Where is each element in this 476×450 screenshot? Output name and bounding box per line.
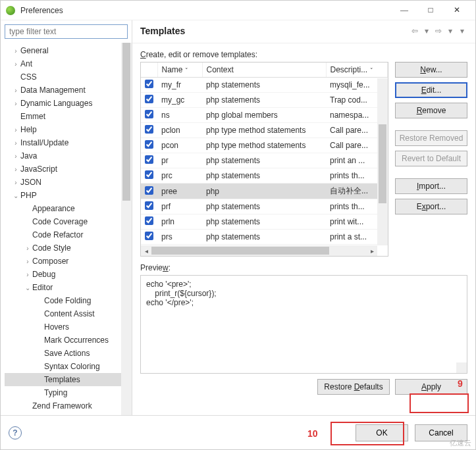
row-checkbox[interactable]	[145, 95, 153, 103]
import-button[interactable]: Import...	[395, 178, 467, 194]
row-checkbox[interactable]	[145, 125, 153, 134]
chevron-right-icon[interactable]: ›	[11, 61, 20, 68]
table-row[interactable]: prlnphp statementsprint wit...	[141, 214, 388, 230]
cell-name: pclon	[157, 123, 202, 138]
row-checkbox[interactable]	[145, 155, 153, 164]
back-menu-icon[interactable]: ▾	[421, 26, 432, 36]
tree-item-templates[interactable]: Templates	[5, 373, 132, 386]
chevron-right-icon[interactable]: ›	[11, 153, 20, 160]
tree-item-java[interactable]: ›Java	[5, 149, 132, 162]
row-checkbox[interactable]	[145, 110, 153, 118]
preferences-tree[interactable]: ›General›AntCSS›Data Management›Dynamic …	[1, 43, 132, 415]
tree-item-label: Code Folding	[44, 296, 91, 305]
table-horizontal-scrollbar[interactable]: ◂▸	[141, 245, 377, 256]
chevron-right-icon[interactable]: ›	[11, 87, 20, 94]
row-checkbox[interactable]	[145, 201, 153, 210]
tree-item-appearance[interactable]: Appearance	[5, 202, 132, 215]
new-button[interactable]: New...	[395, 62, 467, 78]
app-icon	[6, 6, 15, 15]
close-button[interactable]: ✕	[444, 1, 470, 20]
tree-item-label: Code Style	[32, 243, 71, 253]
preview-area[interactable]: echo '<pre>'; print_r(${cursor}); echo '…	[140, 275, 467, 374]
chevron-right-icon[interactable]: ›	[23, 271, 32, 278]
tree-item-ant[interactable]: ›Ant	[5, 57, 132, 70]
table-row[interactable]: my_frphp statementsmysqli_fe...	[141, 78, 388, 93]
tree-item-data-management[interactable]: ›Data Management	[5, 84, 132, 97]
tree-item-content-assist[interactable]: Content Assist	[5, 307, 132, 320]
tree-item-zend-framework[interactable]: Zend Framework	[5, 399, 132, 413]
tree-item-label: Emmet	[20, 112, 45, 121]
tree-item-typing[interactable]: Typing	[5, 386, 132, 399]
help-icon[interactable]: ?	[9, 426, 22, 439]
export-button[interactable]: Export...	[395, 199, 467, 214]
tree-item-code-refactor[interactable]: Code Refactor	[5, 228, 132, 241]
table-row[interactable]: prsphp statementsprint a st...	[141, 230, 388, 245]
tree-item-mark-occurrences[interactable]: Mark Occurrences	[5, 334, 132, 347]
tree-item-json[interactable]: ›JSON	[5, 176, 132, 189]
tree-item-code-coverage[interactable]: Code Coverage	[5, 215, 132, 228]
forward-icon[interactable]: ⇨	[433, 26, 444, 36]
tree-item-label: Code Coverage	[32, 217, 88, 226]
remove-button[interactable]: Remove	[395, 103, 467, 118]
row-checkbox[interactable]	[145, 216, 153, 225]
tree-item-save-actions[interactable]: Save Actions	[5, 347, 132, 360]
table-row[interactable]: prcphp statementsprints th...	[141, 168, 388, 184]
chevron-right-icon[interactable]: ›	[23, 258, 32, 265]
table-row[interactable]: preephp自动补全...	[141, 184, 388, 199]
tree-item-javascript[interactable]: ›JavaScript	[5, 162, 132, 176]
chevron-right-icon[interactable]: ›	[11, 179, 20, 186]
tree-item-dynamic-languages[interactable]: ›Dynamic Languages	[5, 97, 132, 110]
table-row[interactable]: pconphp type method statementsCall pare.…	[141, 138, 388, 153]
tree-item-editor[interactable]: ⌄Editor	[5, 281, 132, 294]
cell-name: prf	[157, 199, 202, 214]
tree-item-install-update[interactable]: ›Install/Update	[5, 136, 132, 149]
apply-button[interactable]: Apply	[395, 379, 467, 395]
restore-defaults-button[interactable]: Restore Defaults	[317, 379, 390, 395]
tree-item-general[interactable]: ›General	[5, 44, 132, 57]
maximize-button[interactable]: □	[417, 1, 444, 20]
tree-item-php[interactable]: ⌄PHP	[5, 189, 132, 202]
tree-scrollbar[interactable]	[121, 43, 132, 415]
footer: ? OK Cancel	[1, 415, 475, 449]
row-checkbox[interactable]	[145, 140, 153, 149]
tree-item-syntax-coloring[interactable]: Syntax Coloring	[5, 360, 132, 373]
row-checkbox[interactable]	[145, 170, 153, 179]
templates-table[interactable]: Name ˅ Context Descripti... ˅ my_frphp s…	[140, 62, 388, 257]
view-menu-icon[interactable]: ▾	[457, 26, 467, 36]
chevron-right-icon[interactable]: ›	[11, 47, 20, 55]
ok-button[interactable]: OK	[356, 424, 408, 441]
chevron-right-icon[interactable]: ›	[11, 166, 20, 173]
back-icon[interactable]: ⇦	[410, 26, 420, 36]
table-vertical-scrollbar[interactable]	[377, 78, 388, 245]
tree-item-hovers[interactable]: Hovers	[5, 320, 132, 334]
table-row[interactable]: prfphp statementsprints th...	[141, 199, 388, 214]
row-checkbox[interactable]	[145, 80, 153, 88]
tree-item-debug[interactable]: ›Debug	[5, 268, 132, 281]
tree-item-code-folding[interactable]: Code Folding	[5, 294, 132, 307]
tree-item-label: PHP	[20, 191, 37, 200]
table-row[interactable]: my_gcphp statementsTrap cod...	[141, 93, 388, 108]
tree-item-code-style[interactable]: ›Code Style	[5, 241, 132, 255]
chevron-right-icon[interactable]: ›	[23, 245, 32, 252]
table-row[interactable]: pclonphp type method statementsCall pare…	[141, 123, 388, 138]
tree-item-label: Mark Occurrences	[44, 336, 109, 345]
row-checkbox[interactable]	[145, 186, 153, 195]
tree-item-css[interactable]: CSS	[5, 70, 132, 84]
row-checkbox[interactable]	[145, 232, 153, 240]
forward-menu-icon[interactable]: ▾	[445, 26, 456, 36]
chevron-down-icon[interactable]: ⌄	[11, 192, 20, 199]
edit-button[interactable]: Edit...	[395, 82, 467, 98]
revert-to-default-button[interactable]: Revert to Default	[395, 151, 467, 166]
chevron-right-icon[interactable]: ›	[11, 100, 20, 107]
filter-input[interactable]	[5, 24, 128, 39]
tree-item-composer[interactable]: ›Composer	[5, 255, 132, 268]
chevron-right-icon[interactable]: ›	[11, 126, 20, 134]
table-row[interactable]: nsphp global membersnamespa...	[141, 108, 388, 123]
minimize-button[interactable]: —	[391, 1, 417, 20]
table-row[interactable]: prphp statementsprint an ...	[141, 153, 388, 168]
tree-item-help[interactable]: ›Help	[5, 123, 132, 136]
chevron-down-icon[interactable]: ⌄	[23, 284, 32, 291]
tree-item-emmet[interactable]: Emmet	[5, 110, 132, 123]
chevron-right-icon[interactable]: ›	[11, 139, 20, 147]
restore-removed-button[interactable]: Restore Removed	[395, 130, 467, 146]
